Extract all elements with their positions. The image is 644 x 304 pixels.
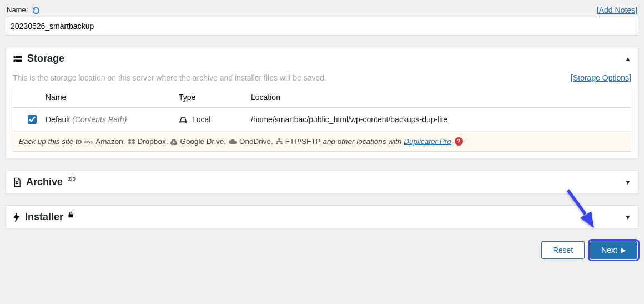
svg-rect-10	[69, 215, 73, 218]
next-label: Next	[601, 246, 617, 255]
svg-rect-6	[278, 139, 280, 141]
table-row: Default (Contents Path) Local /home/smar…	[13, 108, 631, 131]
archive-sup: zip	[68, 176, 76, 182]
row-type: Local	[192, 115, 210, 124]
table-head: Name Type Location	[13, 87, 631, 108]
next-button[interactable]: Next	[590, 241, 637, 259]
installer-panel-toggle[interactable]: Installer ▼	[6, 206, 638, 228]
row-location: /home/smartbac/public_html/wp-content/ba…	[251, 115, 626, 124]
storage-panel: Storage ▲ This is the storage location o…	[6, 47, 638, 159]
name-label: Name:	[7, 6, 28, 14]
col-type: Type	[179, 93, 251, 102]
help-icon[interactable]: ?	[455, 137, 463, 146]
add-notes-link[interactable]: [Add Notes]	[597, 6, 637, 14]
storage-table: Name Type Location Default (Contents Pat…	[13, 87, 631, 152]
svg-point-2	[15, 57, 16, 58]
caret-down-icon: ▼	[625, 213, 631, 221]
google-drive-icon	[170, 137, 178, 146]
onedrive-icon	[228, 137, 237, 146]
name-input[interactable]	[6, 17, 638, 36]
bolt-icon	[13, 211, 21, 223]
svg-rect-9	[16, 182, 18, 184]
storage-panel-toggle[interactable]: Storage ▲	[6, 47, 638, 70]
storage-desc: This is the storage location on this ser…	[13, 73, 326, 82]
play-icon	[621, 246, 626, 255]
dropbox-icon	[128, 137, 135, 146]
col-name: Name	[46, 93, 179, 102]
archive-panel-toggle[interactable]: Archive zip ▼	[6, 171, 638, 193]
hard-drive-icon	[179, 115, 190, 124]
archive-title: Archive	[26, 176, 63, 188]
duplicator-pro-link[interactable]: Duplicator Pro	[404, 137, 451, 146]
installer-title: Installer	[25, 211, 63, 223]
row-name: Default	[46, 115, 70, 124]
svg-rect-8	[280, 143, 283, 144]
svg-rect-7	[276, 143, 278, 144]
caret-up-icon: ▲	[625, 55, 631, 63]
installer-panel: Installer ▼	[6, 205, 638, 229]
reset-name-icon[interactable]	[32, 6, 40, 14]
server-icon	[13, 53, 23, 64]
caret-down-icon: ▼	[625, 178, 631, 186]
aws-icon: aws	[84, 139, 93, 144]
svg-point-5	[185, 122, 185, 122]
network-icon	[275, 137, 283, 146]
reset-button[interactable]: Reset	[541, 241, 585, 259]
archive-panel: Archive zip ▼	[6, 170, 638, 194]
storage-upsell: Back up this site to aws Amazon, Dropbox…	[13, 131, 631, 151]
storage-title: Storage	[27, 53, 64, 64]
archive-file-icon	[13, 176, 22, 188]
lock-icon	[68, 208, 74, 220]
col-location: Location	[251, 93, 626, 102]
svg-point-3	[15, 61, 16, 62]
storage-options-link[interactable]: [Storage Options]	[571, 73, 631, 82]
storage-row-checkbox[interactable]	[28, 115, 37, 124]
row-name-suffix: (Contents Path)	[72, 115, 127, 124]
